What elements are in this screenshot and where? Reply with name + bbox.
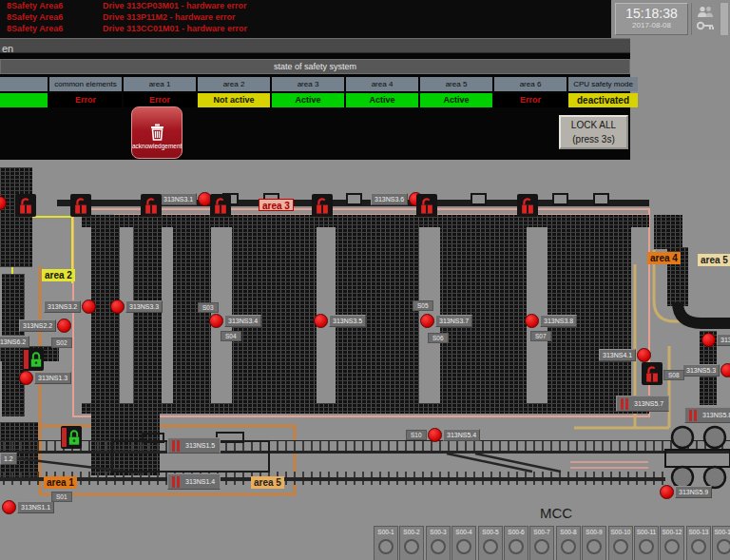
station-label-S08: S08 bbox=[663, 370, 684, 380]
table-status-cell: Not active bbox=[198, 93, 270, 107]
alarm-row[interactable]: 8Safety Area6Drive 313CP03M01 - hardware… bbox=[0, 0, 611, 11]
sensor-label: 313NS3.8 bbox=[540, 315, 577, 327]
alarm-row[interactable]: 8Safety Area6Drive 313CC01M01 - hardware… bbox=[0, 23, 611, 34]
locked-open-red-padlock[interactable] bbox=[70, 194, 91, 217]
locked-open-red-padlock[interactable] bbox=[416, 194, 437, 217]
sensor-label: 313NS2.2 bbox=[19, 319, 56, 332]
gate-bar-icon bbox=[621, 398, 624, 410]
sensor-313NS3.6[interactable]: 313NS3.6 bbox=[371, 192, 423, 206]
area-label-area-1: area 1 bbox=[44, 476, 77, 489]
sensor-313NS3.1[interactable]: 313NS3.1 bbox=[160, 192, 212, 206]
sensor-313NS3.2[interactable]: 313NS3.2 bbox=[44, 299, 96, 314]
mcc-box-S00-5[interactable]: S00-5 bbox=[478, 526, 503, 560]
locked-open-red-padlock[interactable] bbox=[642, 362, 663, 385]
station-label-S01: S01 bbox=[51, 492, 72, 502]
mcc-box-S00-7[interactable]: S00-7 bbox=[529, 526, 554, 560]
sensor-313N[interactable]: 313N bbox=[701, 333, 730, 347]
mcc-lamp bbox=[431, 539, 446, 554]
sensor-313NS3.8[interactable]: 313NS3.8 bbox=[525, 314, 577, 328]
table-status-cell: Error bbox=[494, 93, 567, 107]
alarm-dot bbox=[314, 314, 328, 328]
mcc-box-S00-11[interactable]: S00-11 bbox=[634, 526, 659, 560]
sensor-label: 313NS3.6 bbox=[371, 193, 408, 205]
mcc-box-label: S00-3 bbox=[427, 529, 450, 535]
sensor-label: 313NS4.1 bbox=[599, 349, 636, 361]
sensor-313NS3.3[interactable]: 313NS3.3 bbox=[110, 299, 163, 314]
mcc-box-label: S00-12 bbox=[661, 529, 683, 535]
table-header-cell: common elements bbox=[49, 77, 122, 91]
mcc-box-S00-2[interactable]: S00-2 bbox=[399, 526, 424, 560]
acknowledge-label: acknowledgement bbox=[132, 143, 182, 149]
gate-sensor-313NS1.4[interactable]: 313NS1.4 bbox=[167, 473, 221, 490]
alarm-row[interactable]: 8Safety Area6Drive 313P11M2 - hardware e… bbox=[0, 11, 611, 23]
sensor-label: 313N bbox=[717, 334, 730, 346]
table-header-cell: area 3 bbox=[272, 77, 344, 91]
station-label-S05: S05 bbox=[413, 300, 433, 311]
locked-green-padlock[interactable] bbox=[23, 348, 44, 371]
mcc-box-S00-13[interactable]: S00-13 bbox=[686, 526, 711, 560]
clock-time: 15:18:38 bbox=[616, 6, 687, 21]
sensor-313NS2.2[interactable]: 313NS2.2 bbox=[19, 319, 71, 333]
sensor-313NS5.3[interactable]: 313NS5.3 bbox=[682, 363, 730, 377]
acknowledge-button[interactable]: acknowledgement bbox=[131, 106, 182, 159]
sensor-1.2[interactable]: 1.2 bbox=[0, 453, 17, 465]
sensor-313NS3.7[interactable]: 313NS3.7 bbox=[420, 314, 472, 328]
mcc-box-S00-12[interactable]: S00-12 bbox=[660, 526, 684, 560]
station-label-S03: S03 bbox=[198, 302, 219, 313]
sensor-313NS5.4[interactable]: 313NS5.4 bbox=[428, 428, 480, 442]
table-header-cell: area 4 bbox=[346, 77, 418, 91]
table-header-cell: area 6 bbox=[494, 77, 567, 91]
mcc-box-S00-8[interactable]: S00-8 bbox=[556, 526, 581, 560]
locked-open-red-padlock[interactable] bbox=[15, 194, 36, 217]
open-padlock-glyph bbox=[17, 196, 34, 216]
sensor-313NS4.1[interactable]: 313NS4.1 bbox=[599, 348, 651, 362]
gate-sensor-label: 313NS1.4 bbox=[185, 478, 215, 485]
station-label-S10: S10 bbox=[406, 430, 427, 440]
open-padlock-glyph bbox=[644, 364, 661, 384]
sensor-label: 313NS3.3 bbox=[125, 300, 163, 313]
alarm-dot bbox=[637, 348, 651, 362]
gate-sensor-313NS5.8[interactable]: 313NS5.8 bbox=[684, 407, 730, 423]
mcc-box-S00-4[interactable]: S00-4 bbox=[451, 526, 476, 560]
sensor-label: 313NS5.9 bbox=[675, 486, 712, 498]
mcc-box-S00-9[interactable]: S00-9 bbox=[582, 526, 606, 560]
mcc-box-S00-14[interactable]: S00-14 bbox=[712, 526, 730, 560]
locked-open-red-padlock[interactable] bbox=[312, 194, 333, 217]
alarm-id: 8 bbox=[0, 12, 11, 22]
title-strip: en bbox=[0, 38, 630, 53]
area-label-area-3: area 3 bbox=[259, 199, 294, 211]
sensor-313NS5.9[interactable]: 313NS5.9 bbox=[660, 485, 712, 499]
mcc-box-S00-10[interactable]: S00-10 bbox=[608, 526, 633, 560]
sensor-label: 313NS3.5 bbox=[329, 315, 366, 327]
open-padlock-glyph bbox=[72, 196, 89, 216]
mcc-lamp bbox=[717, 539, 730, 554]
users-icon[interactable] bbox=[697, 6, 714, 18]
clock-date: 2017-08-08 bbox=[616, 21, 687, 29]
key-icon[interactable] bbox=[697, 21, 714, 30]
mcc-box-S00-3[interactable]: S00-3 bbox=[426, 526, 451, 560]
mcc-box-label: S00-7 bbox=[530, 529, 553, 535]
lock-all-button[interactable]: LOCK ALL (press 3s) bbox=[559, 115, 628, 149]
mcc-box-label: S00-13 bbox=[687, 529, 710, 535]
mcc-box-S00-6[interactable]: S00-6 bbox=[504, 526, 528, 560]
sensor-313NS3.5[interactable]: 313NS3.5 bbox=[314, 314, 366, 328]
sensor-313NS3.4[interactable]: 313NS3.4 bbox=[209, 314, 261, 328]
mcc-box-label: S00-4 bbox=[452, 529, 475, 535]
locked-green-padlock[interactable] bbox=[61, 426, 82, 449]
gate-sensor-313NS1.5[interactable]: 313NS1.5 bbox=[167, 437, 221, 454]
locked-open-red-padlock[interactable] bbox=[210, 194, 231, 217]
sensor-313NS1.1[interactable]: 313NS1.1 bbox=[2, 500, 54, 514]
gate-sensor-label: 313NS5.7 bbox=[634, 400, 663, 407]
table-status-cell: Error bbox=[124, 93, 196, 107]
gate-sensor-313NS5.7[interactable]: 313NS5.7 bbox=[616, 396, 669, 412]
sensor-313NS1.3[interactable]: 313NS1.3 bbox=[19, 371, 71, 385]
mcc-box-S00-1[interactable]: S00-1 bbox=[374, 526, 398, 560]
sensor-313NS6.2[interactable]: 313NS6.2 bbox=[0, 336, 29, 348]
sensor-label: 313NS6.2 bbox=[0, 336, 29, 348]
locked-open-red-padlock[interactable] bbox=[517, 194, 538, 217]
mcc-lamp bbox=[534, 539, 549, 554]
table-header-row: common elementsarea 1area 2area 3area 4a… bbox=[0, 77, 630, 91]
locked-open-red-padlock[interactable] bbox=[141, 194, 162, 217]
alarm-area: Safety Area6 bbox=[11, 24, 103, 33]
mcc-title: MCC bbox=[540, 505, 572, 521]
